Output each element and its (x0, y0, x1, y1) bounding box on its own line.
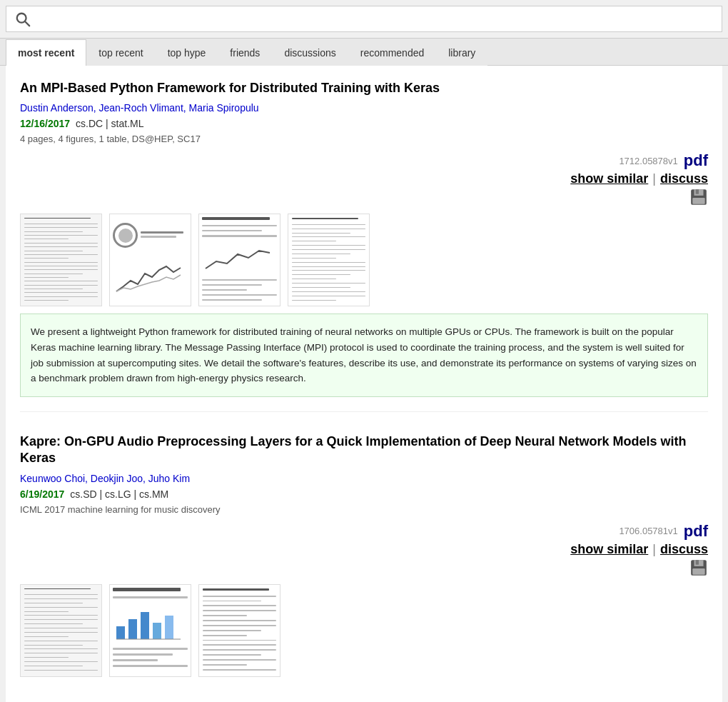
paper-categories: cs.SD | cs.LG | cs.MM (70, 488, 168, 500)
search-icon (15, 11, 31, 27)
search-bar: keras (6, 6, 722, 32)
paper-arxiv-id: 1706.05781v1 (619, 526, 677, 536)
tab-most-recent[interactable]: most recent (6, 39, 86, 66)
separator: | (652, 171, 656, 186)
paper-actions: 1706.05781v1 pdf show similar | discuss (20, 522, 708, 577)
tab-top-hype[interactable]: top hype (156, 39, 218, 66)
save-icon[interactable] (689, 188, 708, 206)
tab-recommended[interactable]: recommended (348, 39, 437, 66)
tab-library[interactable]: library (436, 39, 487, 66)
actions-line1: 1712.05878v1 pdf (619, 151, 708, 170)
paper-thumbnails (20, 214, 708, 306)
paper-actions: 1712.05878v1 pdf show similar | discuss (20, 151, 708, 206)
pdf-link[interactable]: pdf (684, 522, 708, 541)
thumbnail-3[interactable] (198, 584, 280, 677)
svg-rect-10 (116, 626, 125, 639)
paper-authors[interactable]: Dustin Anderson, Jean-Roch Vlimant, Mari… (20, 102, 708, 114)
svg-rect-4 (696, 190, 699, 195)
tab-top-recent[interactable]: top recent (86, 39, 155, 66)
paper-meta: 12/16/2017 cs.DC | stat.ML (20, 118, 708, 129)
paper-date: 6/19/2017 (20, 488, 64, 500)
paper-item: Kapre: On-GPU Audio Preprocessing Layers… (20, 433, 708, 698)
actions-line2: show similar | discuss (570, 171, 708, 186)
paper-item: An MPI-Based Python Framework for Distri… (20, 80, 708, 412)
svg-rect-5 (692, 198, 704, 204)
actions-line3 (689, 188, 708, 206)
save-icon[interactable] (689, 558, 708, 577)
svg-rect-12 (141, 612, 149, 639)
svg-line-1 (25, 21, 29, 26)
thumbnail-3[interactable] (198, 214, 280, 306)
paper-abstract: We present a lightweight Python framewor… (20, 314, 708, 396)
paper-title[interactable]: An MPI-Based Python Framework for Distri… (20, 80, 708, 96)
thumbnail-1[interactable] (20, 584, 102, 677)
pdf-link[interactable]: pdf (684, 151, 708, 170)
thumbnail-4[interactable] (288, 214, 370, 306)
tab-discussions[interactable]: discussions (272, 39, 348, 66)
thumbnail-2[interactable] (109, 584, 191, 677)
tabs-container: most recent top recent top hype friends … (0, 38, 728, 66)
svg-rect-14 (165, 616, 173, 639)
tab-friends[interactable]: friends (218, 39, 272, 66)
actions-line2: show similar | discuss (570, 542, 708, 557)
paper-info: 4 pages, 4 figures, 1 table, DS@HEP, SC1… (20, 134, 708, 144)
discuss-link[interactable]: discuss (660, 171, 708, 186)
paper-arxiv-id: 1712.05878v1 (619, 156, 677, 166)
svg-rect-9 (692, 568, 704, 575)
svg-rect-11 (128, 619, 137, 639)
paper-title[interactable]: Kapre: On-GPU Audio Preprocessing Layers… (20, 433, 708, 467)
svg-rect-8 (696, 560, 699, 565)
thumbnail-2[interactable] (109, 214, 191, 306)
actions-line3 (689, 558, 708, 577)
content-area: An MPI-Based Python Framework for Distri… (6, 66, 722, 702)
paper-date: 12/16/2017 (20, 118, 70, 129)
separator: | (652, 542, 656, 557)
show-similar-link[interactable]: show similar (570, 542, 648, 557)
paper-thumbnails (20, 584, 708, 677)
svg-rect-13 (153, 623, 161, 639)
paper-meta: 6/19/2017 cs.SD | cs.LG | cs.MM (20, 488, 708, 500)
paper-info: ICML 2017 machine learning for music dis… (20, 504, 708, 515)
paper-authors[interactable]: Keunwoo Choi, Deokjin Joo, Juho Kim (20, 473, 708, 484)
actions-line1: 1706.05781v1 pdf (619, 522, 708, 541)
search-input[interactable]: keras (38, 11, 713, 27)
thumbnail-1[interactable] (20, 214, 102, 306)
discuss-link[interactable]: discuss (660, 542, 708, 557)
paper-categories: cs.DC | stat.ML (76, 118, 143, 129)
show-similar-link[interactable]: show similar (570, 171, 648, 186)
